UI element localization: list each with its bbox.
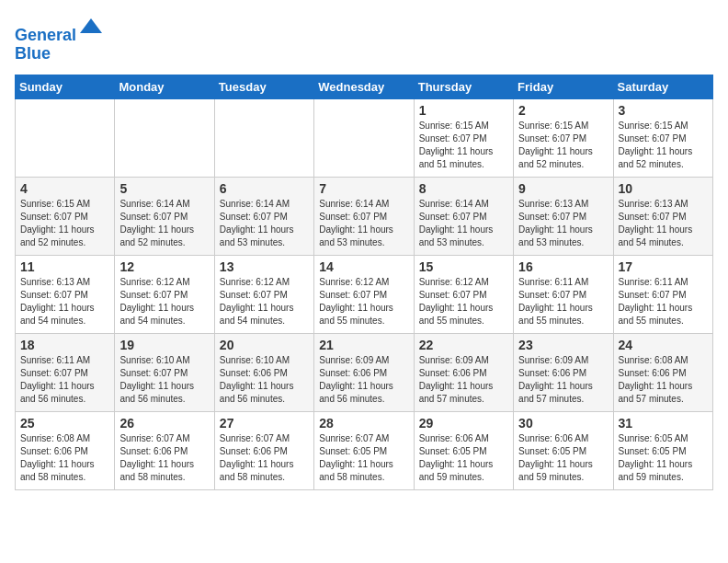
weekday-thursday: Thursday xyxy=(414,75,513,98)
day-info: Sunrise: 6:11 AM Sunset: 6:07 PM Dayligh… xyxy=(20,354,109,406)
day-number: 5 xyxy=(119,181,209,196)
day-number: 24 xyxy=(619,338,708,352)
day-number: 16 xyxy=(518,259,608,274)
header: General Blue xyxy=(15,15,713,63)
day-cell: 17Sunrise: 6:11 AM Sunset: 6:07 PM Dayli… xyxy=(613,255,712,333)
day-cell: 1Sunrise: 6:15 AM Sunset: 6:07 PM Daylig… xyxy=(414,98,513,177)
day-info: Sunrise: 6:14 AM Sunset: 6:07 PM Dayligh… xyxy=(419,198,508,249)
day-cell: 23Sunrise: 6:09 AM Sunset: 6:06 PM Dayli… xyxy=(514,333,613,411)
day-info: Sunrise: 6:08 AM Sunset: 6:06 PM Dayligh… xyxy=(20,432,109,484)
day-cell: 19Sunrise: 6:10 AM Sunset: 6:07 PM Dayli… xyxy=(115,333,214,411)
day-number: 4 xyxy=(20,181,109,196)
weekday-header-row: SundayMondayTuesdayWednesdayThursdayFrid… xyxy=(16,75,713,98)
day-cell: 16Sunrise: 6:11 AM Sunset: 6:07 PM Dayli… xyxy=(514,255,613,333)
day-number: 21 xyxy=(319,338,408,352)
week-row-1: 1Sunrise: 6:15 AM Sunset: 6:07 PM Daylig… xyxy=(16,98,713,177)
day-number: 22 xyxy=(419,338,508,352)
day-cell: 14Sunrise: 6:12 AM Sunset: 6:07 PM Dayli… xyxy=(314,255,414,333)
day-number: 2 xyxy=(518,103,608,118)
day-number: 28 xyxy=(319,416,408,431)
page: General Blue SundayMondayTuesdayWednesda… xyxy=(0,0,728,505)
day-cell: 7Sunrise: 6:14 AM Sunset: 6:07 PM Daylig… xyxy=(314,177,414,255)
day-cell: 9Sunrise: 6:13 AM Sunset: 6:07 PM Daylig… xyxy=(514,177,613,255)
day-info: Sunrise: 6:06 AM Sunset: 6:05 PM Dayligh… xyxy=(419,432,508,484)
day-info: Sunrise: 6:09 AM Sunset: 6:06 PM Dayligh… xyxy=(319,354,408,406)
day-number: 27 xyxy=(220,416,309,431)
day-cell: 13Sunrise: 6:12 AM Sunset: 6:07 PM Dayli… xyxy=(214,255,313,333)
day-info: Sunrise: 6:14 AM Sunset: 6:07 PM Dayligh… xyxy=(119,198,209,249)
day-cell: 29Sunrise: 6:06 AM Sunset: 6:05 PM Dayli… xyxy=(414,411,513,489)
day-number: 23 xyxy=(518,338,608,352)
logo-blue: Blue xyxy=(15,44,51,63)
week-row-5: 25Sunrise: 6:08 AM Sunset: 6:06 PM Dayli… xyxy=(16,411,713,489)
day-info: Sunrise: 6:11 AM Sunset: 6:07 PM Dayligh… xyxy=(619,276,708,327)
day-number: 9 xyxy=(518,181,608,196)
weekday-monday: Monday xyxy=(115,75,214,98)
day-cell: 21Sunrise: 6:09 AM Sunset: 6:06 PM Dayli… xyxy=(314,333,414,411)
day-number: 8 xyxy=(419,181,508,196)
day-number: 18 xyxy=(20,338,109,352)
weekday-friday: Friday xyxy=(514,75,613,98)
day-cell: 27Sunrise: 6:07 AM Sunset: 6:06 PM Dayli… xyxy=(214,411,313,489)
day-number: 19 xyxy=(119,338,209,352)
day-cell: 20Sunrise: 6:10 AM Sunset: 6:06 PM Dayli… xyxy=(214,333,313,411)
day-cell: 28Sunrise: 6:07 AM Sunset: 6:05 PM Dayli… xyxy=(314,411,414,489)
logo-general: General xyxy=(15,26,76,44)
day-cell: 3Sunrise: 6:15 AM Sunset: 6:07 PM Daylig… xyxy=(613,98,712,177)
weekday-wednesday: Wednesday xyxy=(314,75,414,98)
day-info: Sunrise: 6:08 AM Sunset: 6:06 PM Dayligh… xyxy=(619,354,708,406)
day-info: Sunrise: 6:14 AM Sunset: 6:07 PM Dayligh… xyxy=(220,198,309,249)
day-cell xyxy=(115,98,214,177)
day-info: Sunrise: 6:14 AM Sunset: 6:07 PM Dayligh… xyxy=(319,198,408,249)
logo: General Blue xyxy=(15,15,104,63)
day-number: 13 xyxy=(220,259,309,274)
week-row-4: 18Sunrise: 6:11 AM Sunset: 6:07 PM Dayli… xyxy=(16,333,713,411)
day-number: 26 xyxy=(119,416,209,431)
day-cell: 15Sunrise: 6:12 AM Sunset: 6:07 PM Dayli… xyxy=(414,255,513,333)
weekday-saturday: Saturday xyxy=(613,75,712,98)
day-cell: 10Sunrise: 6:13 AM Sunset: 6:07 PM Dayli… xyxy=(613,177,712,255)
day-number: 29 xyxy=(419,416,508,431)
day-cell: 6Sunrise: 6:14 AM Sunset: 6:07 PM Daylig… xyxy=(214,177,313,255)
weekday-tuesday: Tuesday xyxy=(214,75,313,98)
day-info: Sunrise: 6:07 AM Sunset: 6:06 PM Dayligh… xyxy=(220,432,309,484)
day-number: 20 xyxy=(220,338,309,352)
calendar-table: SundayMondayTuesdayWednesdayThursdayFrid… xyxy=(15,75,713,490)
day-cell xyxy=(314,98,414,177)
day-info: Sunrise: 6:09 AM Sunset: 6:06 PM Dayligh… xyxy=(419,354,508,406)
day-number: 31 xyxy=(619,416,708,431)
day-cell: 31Sunrise: 6:05 AM Sunset: 6:05 PM Dayli… xyxy=(613,411,712,489)
day-cell: 25Sunrise: 6:08 AM Sunset: 6:06 PM Dayli… xyxy=(16,411,115,489)
day-cell: 8Sunrise: 6:14 AM Sunset: 6:07 PM Daylig… xyxy=(414,177,513,255)
day-info: Sunrise: 6:07 AM Sunset: 6:06 PM Dayligh… xyxy=(119,432,209,484)
day-number: 11 xyxy=(20,259,109,274)
day-info: Sunrise: 6:10 AM Sunset: 6:07 PM Dayligh… xyxy=(119,354,209,406)
day-info: Sunrise: 6:06 AM Sunset: 6:05 PM Dayligh… xyxy=(518,432,608,484)
day-number: 10 xyxy=(619,181,708,196)
svg-marker-0 xyxy=(80,18,102,33)
day-number: 25 xyxy=(20,416,109,431)
day-cell: 24Sunrise: 6:08 AM Sunset: 6:06 PM Dayli… xyxy=(613,333,712,411)
day-cell: 2Sunrise: 6:15 AM Sunset: 6:07 PM Daylig… xyxy=(514,98,613,177)
day-info: Sunrise: 6:12 AM Sunset: 6:07 PM Dayligh… xyxy=(220,276,309,327)
day-number: 17 xyxy=(619,259,708,274)
day-info: Sunrise: 6:13 AM Sunset: 6:07 PM Dayligh… xyxy=(619,198,708,249)
day-cell: 18Sunrise: 6:11 AM Sunset: 6:07 PM Dayli… xyxy=(16,333,115,411)
day-number: 15 xyxy=(419,259,508,274)
day-cell: 12Sunrise: 6:12 AM Sunset: 6:07 PM Dayli… xyxy=(115,255,214,333)
day-info: Sunrise: 6:07 AM Sunset: 6:05 PM Dayligh… xyxy=(319,432,408,484)
day-info: Sunrise: 6:15 AM Sunset: 6:07 PM Dayligh… xyxy=(419,120,508,171)
day-number: 6 xyxy=(220,181,309,196)
day-info: Sunrise: 6:11 AM Sunset: 6:07 PM Dayligh… xyxy=(518,276,608,327)
day-cell xyxy=(214,98,313,177)
logo-text: General Blue xyxy=(15,15,104,63)
day-number: 3 xyxy=(619,103,708,118)
day-cell xyxy=(16,98,115,177)
day-info: Sunrise: 6:05 AM Sunset: 6:05 PM Dayligh… xyxy=(619,432,708,484)
day-info: Sunrise: 6:13 AM Sunset: 6:07 PM Dayligh… xyxy=(518,198,608,249)
day-cell: 22Sunrise: 6:09 AM Sunset: 6:06 PM Dayli… xyxy=(414,333,513,411)
day-number: 1 xyxy=(419,103,508,118)
day-info: Sunrise: 6:12 AM Sunset: 6:07 PM Dayligh… xyxy=(319,276,408,327)
day-info: Sunrise: 6:10 AM Sunset: 6:06 PM Dayligh… xyxy=(220,354,309,406)
day-info: Sunrise: 6:09 AM Sunset: 6:06 PM Dayligh… xyxy=(518,354,608,406)
